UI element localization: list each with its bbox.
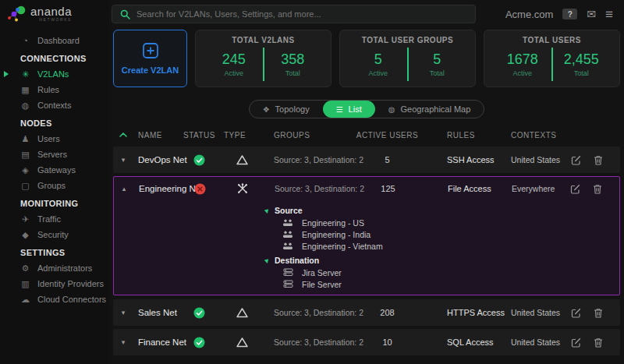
sidebar: ananda NETWORKS ◔ Dashboard CONNECTIONS … <box>0 0 109 364</box>
help-icon[interactable]: ? <box>562 9 577 19</box>
column-header-status[interactable]: STATUS <box>179 131 219 140</box>
v2lan-hub-icon: ✳ <box>20 69 30 80</box>
ananda-logo-icon <box>6 4 27 24</box>
tab-list[interactable]: ☰ List <box>323 101 375 118</box>
sidebar-item-label: Rules <box>37 85 59 94</box>
sidebar-item-v2lans[interactable]: ✳ V2LANs <box>0 66 109 82</box>
stat-active-value: 1678 <box>507 51 538 68</box>
mail-icon[interactable]: ✉ <box>587 9 596 19</box>
sidebar-section-settings: SETTINGS <box>0 244 109 260</box>
row-active-users: 10 <box>354 337 420 347</box>
detail-source-label: Source <box>275 206 303 215</box>
brand-name: ananda <box>30 6 72 17</box>
hamburger-menu-icon[interactable]: ≡ <box>605 8 613 21</box>
edit-icon[interactable] <box>570 154 582 166</box>
plus-square-icon <box>142 42 159 59</box>
stat-total: 358 Total <box>264 47 322 82</box>
tab-geographical-map[interactable]: ◍ Geographical Map <box>375 101 484 118</box>
sidebar-nav: ◔ Dashboard CONNECTIONS ✳ V2LANs ▦ Rules… <box>0 28 109 307</box>
sidebar-item-gateways[interactable]: ◈ Gateways <box>0 162 109 178</box>
row-active-users: 5 <box>354 155 420 164</box>
chevron-down-icon[interactable]: ▾ <box>122 309 126 316</box>
row-name: Finance Net <box>133 337 179 347</box>
tab-topology[interactable]: ❖ Topology <box>250 101 323 118</box>
server-stack-icon <box>282 280 293 288</box>
sidebar-item-label: Administrators <box>37 263 92 273</box>
source-group-label: Engineering - US <box>302 218 364 228</box>
row-name: Engineering Net <box>134 184 179 193</box>
stat-active-label: Active <box>368 69 388 77</box>
edit-icon[interactable] <box>569 183 581 195</box>
status-error-icon <box>179 183 220 195</box>
id-card-icon: ▥ <box>20 279 30 289</box>
destination-server-item: Jira Server <box>265 267 619 278</box>
row-active-users: 125 <box>355 184 421 193</box>
column-header-name[interactable]: NAME <box>133 131 179 140</box>
sidebar-item-label: V2LANs <box>37 69 69 79</box>
sidebar-item-administrators[interactable]: ⚙ Administrators <box>0 260 109 276</box>
row-rules: HTTPS Access <box>420 308 498 317</box>
source-group-label: Engineering - India <box>302 230 370 239</box>
tab-label: Geographical Map <box>400 104 470 114</box>
column-header-contexts[interactable]: CONTEXTS <box>498 131 555 140</box>
sidebar-item-identity-providers[interactable]: ▥ Identity Providers <box>0 276 109 292</box>
source-group-label: Engineering - Vietnam <box>302 242 383 251</box>
content: Create V2LAN TOTAL V2LANS 245 Active 358… <box>109 28 624 359</box>
table-row-finance-net[interactable]: ▾ Finance Net Source: 3, Destination: 2 … <box>113 329 620 355</box>
sort-icon[interactable] <box>113 133 133 137</box>
chevron-down-icon[interactable]: ▾ <box>122 338 126 346</box>
column-header-active-users[interactable]: ACTIVE USERS <box>354 131 420 140</box>
delete-icon[interactable] <box>594 337 603 348</box>
source-group-item: Engineering - India <box>265 228 619 240</box>
sidebar-item-label: Users <box>37 134 60 143</box>
account-name[interactable]: Acme.com <box>505 9 553 20</box>
sidebar-item-groups[interactable]: ▢ Groups <box>0 178 109 193</box>
delete-icon[interactable] <box>593 184 602 194</box>
sidebar-item-users[interactable]: ♟ Users <box>0 131 109 147</box>
stat-total-label: Total <box>285 69 300 77</box>
edit-icon[interactable] <box>570 307 582 319</box>
sidebar-item-contexts[interactable]: ◍ Contexts <box>0 97 109 113</box>
column-header-groups[interactable]: GROUPS <box>264 131 354 140</box>
table-row-devops-net[interactable]: ▾ DevOps Net Source: 3, Destination: 2 5… <box>113 147 620 173</box>
chevron-down-icon[interactable]: ▾ <box>122 156 126 164</box>
sidebar-section-monitoring: MONITORING <box>0 195 109 211</box>
edit-icon[interactable] <box>570 337 582 348</box>
stat-active: 1678 Active <box>494 47 551 82</box>
chevron-up-icon[interactable]: ▴ <box>122 185 126 193</box>
mesh-type-icon <box>219 154 264 166</box>
sidebar-item-servers[interactable]: ▤ Servers <box>0 147 109 162</box>
row-contexts: United States <box>498 155 555 164</box>
delete-icon[interactable] <box>594 308 603 318</box>
admin-icon: ⚙ <box>20 263 30 274</box>
sidebar-item-traffic[interactable]: ✈ Traffic <box>0 211 109 227</box>
sidebar-item-rules[interactable]: ▦ Rules <box>0 82 109 97</box>
stat-active-value: 245 <box>222 51 246 68</box>
search-bar[interactable] <box>112 5 476 23</box>
person-icon: ♟ <box>20 134 30 144</box>
sidebar-item-dashboard[interactable]: ◔ Dashboard <box>0 33 109 48</box>
stat-body: 5 Active 5 Total <box>349 47 466 82</box>
sidebar-item-cloud-connectors[interactable]: ☁ Cloud Connectors <box>0 292 109 307</box>
source-group-item: Engineering - Vietnam <box>265 240 619 252</box>
create-v2lan-label: Create V2LAN <box>122 65 179 75</box>
destination-server-label: Jira Server <box>302 268 342 277</box>
tab-label: List <box>349 104 362 114</box>
brand-logo[interactable]: ananda NETWORKS <box>0 0 109 28</box>
tree-arrow-icon <box>264 257 271 263</box>
column-header-type[interactable]: TYPE <box>219 131 264 140</box>
column-header-rules[interactable]: RULES <box>420 131 498 140</box>
delete-icon[interactable] <box>594 155 603 165</box>
row-name: DevOps Net <box>133 155 179 164</box>
sidebar-item-label: Identity Providers <box>37 279 104 288</box>
search-input[interactable] <box>136 9 467 19</box>
sidebar-item-label: Traffic <box>37 214 61 224</box>
topbar: Acme.com ? ✉ ≡ <box>109 0 624 28</box>
sidebar-item-security[interactable]: ◆ Security <box>0 227 109 242</box>
sidebar-item-label: Cloud Connectors <box>37 295 106 304</box>
table-row-sales-net[interactable]: ▾ Sales Net Source: 3, Destination: 2 20… <box>113 299 620 326</box>
stat-body: 245 Active 358 Total <box>205 47 321 82</box>
create-v2lan-button[interactable]: Create V2LAN <box>113 30 187 87</box>
table-row-engineering-net[interactable]: ▴ Engineering Net Source: 3, Destination… <box>114 177 619 200</box>
rules-icon: ▦ <box>20 85 30 95</box>
